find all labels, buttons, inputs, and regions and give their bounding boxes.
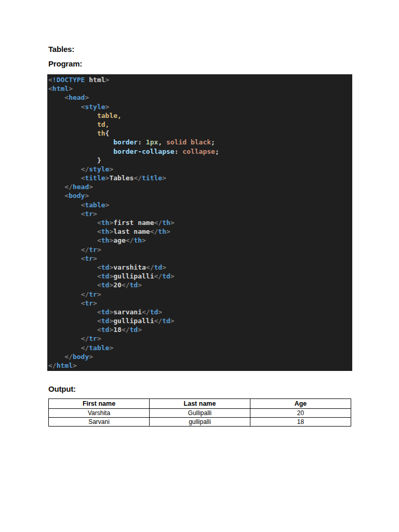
- code-token: title: [85, 174, 105, 182]
- code-line: </head>: [48, 182, 351, 191]
- code-token: >: [73, 362, 77, 369]
- code-line: <table>: [48, 201, 351, 209]
- code-token: [48, 263, 97, 271]
- code-line: </table>: [48, 343, 351, 352]
- code-token: </: [81, 246, 89, 254]
- code-token: 20: [113, 281, 122, 289]
- output-table-cell: Gullipalli: [150, 409, 250, 418]
- code-token: </: [81, 290, 89, 298]
- code-line: <tr>: [48, 254, 351, 263]
- code-token: 18: [113, 326, 122, 334]
- code-line: td,: [48, 120, 351, 129]
- code-token: [48, 236, 97, 244]
- code-token: >: [142, 236, 146, 244]
- code-token: >: [93, 299, 97, 307]
- code-line: <td>18</td>: [48, 325, 351, 334]
- output-table: First nameLast nameAge VarshitaGullipall…: [48, 398, 351, 427]
- code-token: tr: [85, 255, 93, 262]
- code-token: >: [105, 103, 110, 111]
- code-token: td: [154, 263, 163, 271]
- code-token: tr: [89, 246, 97, 254]
- code-token: collapse: [182, 148, 215, 155]
- code-token: td: [101, 326, 110, 334]
- code-line: <th>last name</th>: [48, 227, 351, 236]
- program-heading: Program:: [48, 59, 82, 68]
- code-token: </: [81, 335, 89, 342]
- code-token: [48, 174, 81, 182]
- code-token: </: [142, 308, 150, 316]
- code-token: [48, 317, 97, 325]
- code-line: <td>gullipalli</td>: [48, 272, 351, 281]
- code-line: <td>sarvani</td>: [48, 308, 351, 316]
- code-token: table,: [97, 112, 122, 119]
- code-line: border-collapse: collapse;: [48, 147, 351, 156]
- code-token: td: [130, 281, 138, 289]
- output-table-cell: Sarvani: [49, 418, 150, 427]
- code-token: <: [48, 76, 52, 84]
- code-line: <title>Tables</title>: [48, 174, 351, 182]
- code-token: [48, 335, 81, 342]
- code-token: html: [52, 85, 69, 92]
- code-line: border: 1px, solid black;: [48, 138, 351, 147]
- code-line: </style>: [48, 165, 351, 174]
- code-token: >: [138, 281, 142, 289]
- code-line: </tr>: [48, 290, 351, 299]
- code-token: [48, 121, 97, 128]
- code-token: body: [69, 192, 85, 200]
- code-token: [48, 192, 64, 200]
- code-token: tr: [85, 210, 93, 218]
- code-token: [48, 219, 97, 227]
- output-table-body: VarshitaGullipalli20Sarvanigullipalli18: [49, 409, 351, 427]
- code-token: td: [162, 317, 170, 325]
- code-line: </body>: [48, 352, 351, 361]
- code-token: <: [64, 94, 69, 101]
- code-token: </: [64, 353, 73, 361]
- code-token: tr: [89, 335, 97, 342]
- code-token: <: [97, 308, 101, 316]
- code-token: html: [57, 362, 73, 369]
- code-token: >: [170, 219, 175, 227]
- tables-heading: Tables:: [48, 45, 74, 54]
- code-line: }: [48, 156, 351, 165]
- code-token: <: [97, 281, 101, 289]
- code-token: </: [81, 165, 89, 173]
- code-token: </: [126, 236, 134, 244]
- code-line: </tr>: [48, 245, 351, 254]
- code-token: gullipalli: [113, 317, 154, 325]
- code-token: [48, 281, 97, 289]
- code-token: border: [113, 138, 138, 146]
- code-token: !DOCTYPE: [52, 76, 85, 84]
- code-token: [48, 290, 81, 298]
- code-token: [48, 112, 97, 119]
- code-token: border-collapse: [113, 148, 174, 155]
- code-token: >: [69, 85, 73, 92]
- code-token: td: [101, 281, 110, 289]
- code-token: </: [154, 219, 163, 227]
- code-token: >: [158, 308, 162, 316]
- code-line: <head>: [48, 93, 351, 102]
- code-token: </: [154, 272, 163, 280]
- code-token: >: [89, 183, 93, 191]
- document-page: Tables: Program: <!DOCTYPE html><html> <…: [0, 0, 399, 532]
- code-token: [48, 326, 97, 334]
- output-heading: Output:: [48, 384, 76, 393]
- code-line: <html>: [48, 84, 351, 93]
- code-token: [48, 255, 81, 262]
- code-token: </: [64, 183, 73, 191]
- output-table-header-cell: Age: [250, 399, 351, 409]
- output-table-cell: gullipalli: [150, 418, 250, 427]
- code-token: >: [166, 228, 170, 235]
- code-token: th: [101, 219, 110, 227]
- code-token: {: [105, 129, 110, 137]
- code-token: ,: [158, 138, 166, 146]
- code-token: :: [175, 148, 183, 155]
- code-token: age: [113, 236, 125, 244]
- code-token: table: [85, 201, 105, 209]
- code-token: td: [101, 263, 110, 271]
- code-token: </: [150, 228, 158, 235]
- code-token: style: [85, 103, 105, 111]
- code-token: >: [97, 335, 101, 342]
- code-token: }: [48, 156, 101, 164]
- code-token: [48, 353, 64, 361]
- code-token: >: [97, 246, 101, 254]
